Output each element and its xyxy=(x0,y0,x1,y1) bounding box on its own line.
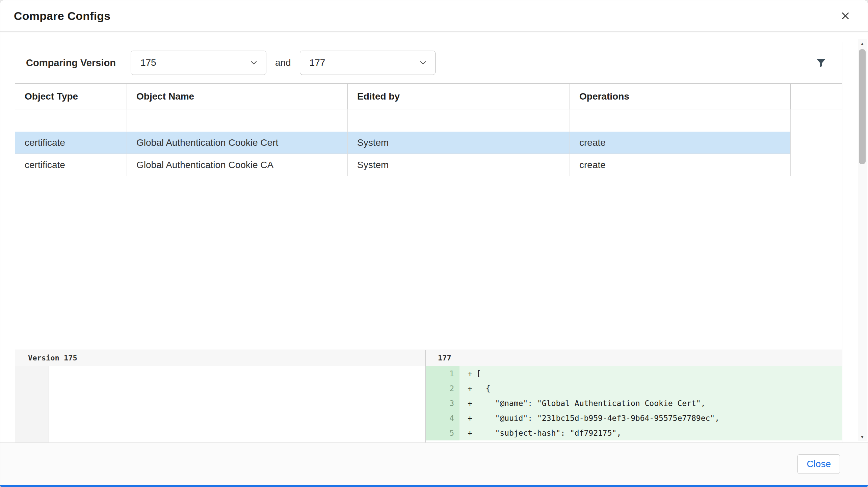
diff-view: Version 175 177 1 + [ 2 xyxy=(15,350,842,442)
diff-add-sign: + xyxy=(459,381,476,396)
cell-object-type: certificate xyxy=(15,132,127,154)
column-header-object-name: Object Name xyxy=(127,84,348,109)
diff-line: 3 + "@name": "Global Authentication Cook… xyxy=(426,396,842,411)
diff-add-sign: + xyxy=(459,366,476,381)
dialog-footer: Close xyxy=(0,442,868,485)
table-row[interactable]: certificate Global Authentication Cookie… xyxy=(15,132,791,154)
line-number: 5 xyxy=(426,426,459,440)
diff-right-version-header: 177 xyxy=(426,350,842,366)
line-number: 1 xyxy=(426,366,459,381)
chevron-down-icon xyxy=(249,58,259,67)
x-icon xyxy=(840,10,851,22)
cell-edited-by: System xyxy=(348,132,570,154)
diff-code: "@uuid": "231bc15d-b959-4ef3-9b64-95575e… xyxy=(476,411,842,426)
scroll-up-icon[interactable]: ▲ xyxy=(858,39,867,48)
diff-left-gutter xyxy=(15,366,49,442)
diff-add-sign: + xyxy=(459,426,476,440)
diff-code: { xyxy=(476,381,842,396)
chevron-down-icon xyxy=(418,58,428,67)
diff-add-sign: + xyxy=(459,411,476,426)
filter-icon xyxy=(815,57,827,69)
cell-object-type: certificate xyxy=(15,154,127,176)
close-icon[interactable] xyxy=(836,6,855,25)
diff-line: 4 + "@uuid": "231bc15d-b959-4ef3-9b64-95… xyxy=(426,411,842,426)
column-header-spacer xyxy=(791,84,842,109)
version-b-value: 177 xyxy=(310,57,325,68)
column-header-object-type: Object Type xyxy=(15,84,127,109)
page-bottom-accent xyxy=(0,485,868,487)
version-a-value: 175 xyxy=(140,57,156,68)
cell-edited-by: System xyxy=(348,154,570,176)
vertical-scrollbar[interactable]: ▲ ▼ xyxy=(858,39,867,441)
table-header: Object Type Object Name Edited by Operat… xyxy=(15,83,842,109)
table-empty-space xyxy=(15,176,842,350)
dialog-title: Compare Configs xyxy=(14,9,110,23)
column-header-operations: Operations xyxy=(570,84,791,109)
cell-operations: create xyxy=(570,154,791,176)
diff-line: 1 + [ xyxy=(426,366,842,381)
dialog-header: Compare Configs xyxy=(0,0,868,32)
diff-line: 2 + { xyxy=(426,381,842,396)
version-a-select[interactable]: 175 xyxy=(131,51,266,75)
and-label: and xyxy=(275,57,291,68)
filter-button[interactable] xyxy=(812,53,831,72)
compare-configs-dialog: Compare Configs Comparing Version 175 an… xyxy=(0,0,868,487)
comparing-version-label: Comparing Version xyxy=(26,57,116,69)
diff-right-pane: 1 + [ 2 + { 3 + "@name": "Glob xyxy=(426,366,842,442)
diff-code: "@name": "Global Authentication Cookie C… xyxy=(476,396,842,411)
diff-add-sign: + xyxy=(459,396,476,411)
version-b-select[interactable]: 177 xyxy=(300,51,436,75)
scroll-down-icon[interactable]: ▼ xyxy=(858,432,867,441)
column-header-edited-by: Edited by xyxy=(348,84,570,109)
cell-object-name: Global Authentication Cookie CA xyxy=(127,154,348,176)
cell-operations: create xyxy=(570,132,791,154)
diff-left-pane xyxy=(15,366,426,442)
diff-code: "subject-hash": "df792175", xyxy=(476,426,842,440)
diff-left-version-header: Version 175 xyxy=(15,350,426,366)
cell-object-name: Global Authentication Cookie Cert xyxy=(127,132,348,154)
compare-version-bar: Comparing Version 175 and 177 xyxy=(15,42,842,83)
scrollbar-thumb[interactable] xyxy=(859,49,866,164)
line-number: 2 xyxy=(426,381,459,396)
table-row[interactable]: certificate Global Authentication Cookie… xyxy=(15,154,791,176)
diff-line: 5 + "subject-hash": "df792175", xyxy=(426,426,842,440)
diff-code: [ xyxy=(476,366,842,381)
diff-body: 1 + [ 2 + { 3 + "@name": "Glob xyxy=(15,366,842,442)
diff-header: Version 175 177 xyxy=(15,350,842,366)
table-row-empty xyxy=(15,109,791,132)
dialog-body: Comparing Version 175 and 177 xyxy=(0,32,868,442)
content-panel: Comparing Version 175 and 177 xyxy=(15,42,842,442)
line-number: 4 xyxy=(426,411,459,426)
close-button[interactable]: Close xyxy=(797,454,840,474)
line-number: 3 xyxy=(426,396,459,411)
